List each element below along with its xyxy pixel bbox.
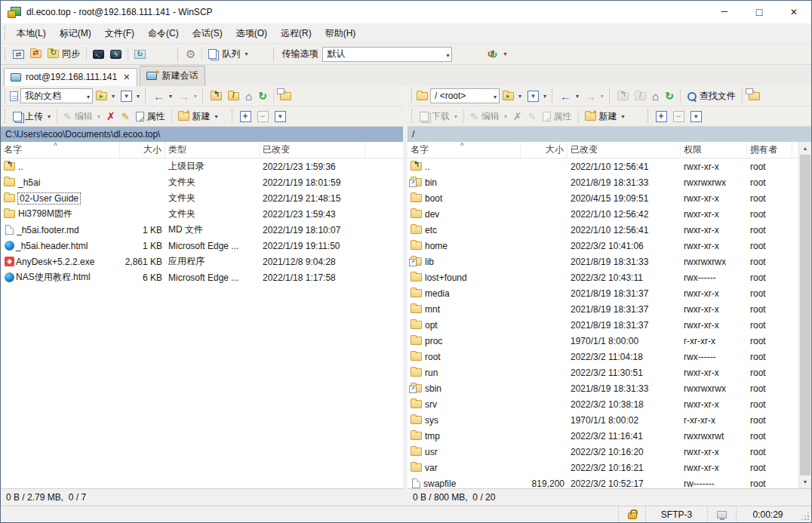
preferences-button[interactable] [183, 45, 198, 63]
file-row[interactable]: dev2022/1/10 12:56:42rwxr-xr-xroot [408, 206, 798, 222]
file-row[interactable]: etc2022/1/10 12:56:41rwxr-xr-xroot [408, 222, 798, 238]
file-row[interactable]: AnyDesk+5.2.2.exe2,861 KB应用程序2021/12/8 9… [1, 254, 403, 269]
tab-session-active[interactable]: root@192.168.111.141 ✕ [4, 68, 137, 86]
file-row[interactable]: opt2021/8/19 18:31:37rwxr-xr-xroot [408, 317, 798, 333]
local-parent-dir-button[interactable] [208, 87, 225, 105]
local-selection-filter-button[interactable] [272, 107, 289, 125]
remote-select-button[interactable] [653, 107, 670, 125]
remote-refresh-button[interactable] [662, 87, 677, 105]
column-header-name[interactable]: 名字^ [1, 142, 120, 158]
resize-grip[interactable] [799, 506, 811, 522]
menu-mark[interactable]: 标记(M) [53, 24, 98, 43]
maximize-button[interactable] [742, 1, 777, 23]
remote-delete-button[interactable] [510, 107, 525, 125]
column-header-changed[interactable]: 已改变 [567, 142, 681, 158]
remote-properties-button[interactable]: 属性 [540, 107, 575, 125]
toggle-panels-button[interactable] [10, 45, 27, 63]
remote-path-bar[interactable]: / [408, 127, 811, 142]
connection-segment[interactable] [707, 506, 736, 522]
file-row[interactable]: tmp2022/3/2 11:16:41rwxrwxrwtroot [408, 428, 798, 444]
menu-file[interactable]: 文件(F) [98, 24, 141, 43]
local-open-dir-button[interactable] [93, 87, 118, 105]
column-header-changed[interactable]: 已改变 [260, 142, 365, 158]
local-properties-button[interactable]: 属性 [133, 107, 168, 125]
file-row[interactable]: proc1970/1/1 8:00:00r-xr-xr-xroot [408, 333, 798, 349]
remote-drive-combo[interactable]: / <root> [430, 88, 500, 103]
column-header-size[interactable]: 大小 [521, 142, 567, 158]
menu-session[interactable]: 会话(S) [186, 24, 229, 43]
file-row[interactable]: media2021/8/19 18:31:37rwxr-xr-xroot [408, 285, 798, 301]
column-header-owner[interactable]: 拥有者 [747, 142, 792, 158]
synchronize-browsing-button[interactable] [27, 45, 45, 63]
file-row[interactable]: swapfile819,2002022/3/2 10:52:17rw------… [408, 475, 798, 488]
remote-parent-dir-button[interactable] [614, 87, 632, 105]
column-header-permissions[interactable]: 权限 [681, 142, 747, 158]
file-row[interactable]: ..2022/1/10 12:56:41rwxr-xr-xroot [408, 158, 798, 174]
local-new-button[interactable]: 新建 [175, 107, 221, 125]
file-row[interactable]: mnt2021/8/19 18:31:37rwxr-xr-xroot [408, 301, 798, 317]
local-back-button[interactable] [150, 87, 175, 105]
file-row[interactable]: lost+found2022/3/2 10:43:11rwx------root [408, 269, 798, 285]
tab-close-icon[interactable]: ✕ [123, 72, 130, 82]
file-row[interactable]: run2022/3/2 11:30:51rwxr-xr-xroot [408, 365, 798, 380]
column-header-type[interactable]: 类型 [165, 142, 260, 158]
vertical-scrollbar[interactable] [798, 142, 811, 488]
menu-remote[interactable]: 远程(R) [274, 24, 318, 43]
open-terminal-button[interactable] [90, 45, 107, 63]
local-delete-button[interactable] [103, 107, 118, 125]
menu-help[interactable]: 帮助(H) [318, 24, 363, 43]
file-row[interactable]: home2022/3/2 10:41:06rwxr-xr-xroot [408, 238, 798, 254]
synchronize-button[interactable]: 同步 [45, 45, 83, 63]
local-edit-button[interactable]: 编辑 [60, 107, 103, 125]
local-unselect-button[interactable] [254, 107, 272, 125]
file-row[interactable]: _h5ai.footer.md1 KBMD 文件2022/1/19 18:10:… [1, 222, 403, 238]
download-button[interactable]: 下载 [417, 107, 460, 125]
local-drive-combo[interactable]: 我的文档 [20, 88, 93, 103]
file-row[interactable]: usr2022/3/2 10:16:20rwxr-xr-xroot [408, 444, 798, 460]
local-path-bar[interactable]: C:\Users\ecoo\Documents\dl.ecoo.top\ [1, 127, 403, 142]
file-row[interactable]: sys1970/1/1 8:00:02r-xr-xr-xroot [408, 412, 798, 428]
remote-tree-button[interactable] [746, 87, 763, 105]
remote-root-dir-button[interactable] [632, 87, 649, 105]
file-row[interactable]: var2022/3/2 10:16:21rwxr-xr-xroot [408, 460, 798, 475]
file-row[interactable]: srv2022/3/2 10:38:18rwxr-xr-xroot [408, 396, 798, 412]
remote-rename-button[interactable] [525, 107, 540, 125]
file-row[interactable]: Hi3798M固件文件夹2022/1/23 1:59:43 [1, 206, 403, 222]
local-forward-button[interactable] [175, 87, 200, 105]
transfer-preset-combo[interactable]: 默认 [322, 47, 452, 62]
local-home-button[interactable] [242, 87, 255, 105]
scroll-down-icon[interactable] [799, 475, 811, 488]
remote-filter-button[interactable] [524, 87, 549, 105]
file-row[interactable]: lib2021/8/19 18:31:33rwxrwxrwxroot [408, 254, 798, 269]
local-file-list[interactable]: ..上级目录2022/1/23 1:59:36_h5ai文件夹2022/1/19… [1, 158, 403, 488]
file-row[interactable]: boot2020/4/15 19:09:51rwxr-xr-xroot [408, 190, 798, 206]
find-files-button[interactable]: 查找文件 [684, 87, 739, 105]
menu-options[interactable]: 选项(O) [229, 24, 274, 43]
column-header-size[interactable]: 大小 [120, 142, 165, 158]
file-row[interactable]: bin2021/8/19 18:31:33rwxrwxrwxroot [408, 174, 798, 190]
tab-new-session[interactable]: 新建会话 [140, 66, 205, 86]
refresh-session-button[interactable] [131, 45, 149, 63]
transfer-settings-button[interactable] [484, 45, 509, 63]
remote-open-dir-button[interactable] [500, 87, 524, 105]
local-filter-button[interactable] [118, 87, 143, 105]
upload-button[interactable]: 上传 [10, 107, 54, 125]
file-row[interactable]: 02-User Guide文件夹2022/1/19 21:48:15 [1, 190, 403, 206]
menu-commands[interactable]: 命令(C) [141, 24, 186, 43]
remote-unselect-button[interactable] [670, 107, 687, 125]
remote-home-button[interactable] [649, 87, 662, 105]
scroll-up-icon[interactable] [799, 142, 811, 155]
queue-button[interactable]: 队列 [205, 45, 251, 63]
remote-selection-filter-button[interactable] [687, 107, 705, 125]
remote-new-button[interactable]: 新建 [582, 107, 628, 125]
file-row[interactable]: sbin2021/8/19 18:31:33rwxrwxrwxroot [408, 380, 798, 396]
encryption-segment[interactable] [618, 506, 645, 522]
file-row[interactable]: NAS使用教程.html6 KBMicrosoft Edge ...2022/1… [1, 269, 403, 285]
file-row[interactable]: ..上级目录2022/1/23 1:59:36 [1, 158, 403, 174]
remote-back-button[interactable] [557, 87, 582, 105]
remote-edit-button[interactable]: 编辑 [467, 107, 510, 125]
local-root-dir-button[interactable] [225, 87, 242, 105]
close-button[interactable] [777, 1, 811, 23]
remote-file-list[interactable]: ..2022/1/10 12:56:41rwxr-xr-xrootbin2021… [408, 158, 798, 488]
menu-local[interactable]: 本地(L) [10, 24, 53, 43]
